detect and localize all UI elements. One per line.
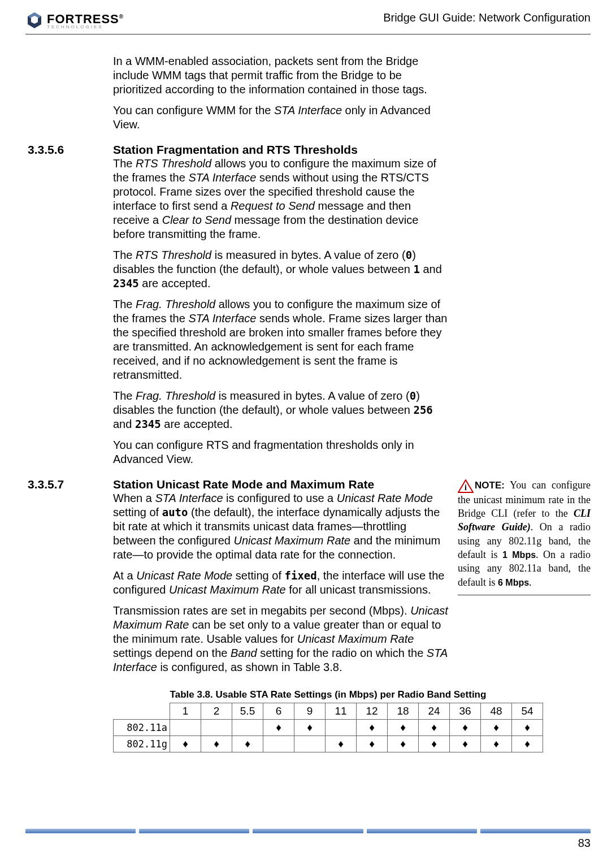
col-header: 5.5 (232, 703, 263, 720)
page-title: Bridge GUI Guide: Network Configuration (383, 11, 591, 24)
table-cell: ♦ (357, 736, 388, 752)
row-header: 802.11g (114, 736, 170, 752)
body-text: You can configure WMM for the STA Interf… (113, 103, 449, 132)
table-cell (232, 720, 263, 736)
note-callout: i NOTE: You can configure the unicast mi… (458, 478, 591, 595)
body-text: At a Unicast Rate Mode setting of fixed,… (113, 569, 449, 597)
body-text: Transmission rates are set in megabits p… (113, 604, 449, 674)
col-header: 18 (388, 703, 419, 720)
body-text: The Frag. Threshold allows you to config… (113, 297, 449, 382)
table-cell: ♦ (232, 736, 263, 752)
page-footer: 83 (25, 829, 591, 850)
table-cell: ♦ (419, 720, 450, 736)
table-cell: ♦ (450, 736, 481, 752)
table-cell: ♦ (419, 736, 450, 752)
table-cell: ♦ (481, 720, 512, 736)
table-row: 802.11a ♦ ♦ ♦ ♦ ♦ ♦ ♦ ♦ (114, 720, 543, 736)
col-header: 12 (357, 703, 388, 720)
body-text: The RTS Threshold is measured in bytes. … (113, 248, 449, 291)
table-cell: ♦ (481, 736, 512, 752)
table-cell (294, 736, 326, 752)
col-header: 2 (201, 703, 232, 720)
table-cell: ♦ (388, 736, 419, 752)
row-header: 802.11a (114, 720, 170, 736)
table-cell: ♦ (201, 736, 232, 752)
warning-info-icon: i (458, 479, 474, 493)
section-number: 3.3.5.7 (25, 478, 113, 491)
table-cell: ♦ (512, 736, 543, 752)
body-text: When a STA Interface is configured to us… (113, 491, 449, 562)
body-text: The Frag. Threshold is measured in bytes… (113, 389, 449, 431)
rate-settings-table: 1 2 5.5 6 9 11 12 18 24 36 48 54 802.11a… (113, 703, 543, 752)
page-header: FORTRESS® TECHNOLOGIES Bridge GUI Guide:… (25, 11, 591, 34)
logo: FORTRESS® TECHNOLOGIES (25, 11, 124, 29)
col-header: 24 (419, 703, 450, 720)
table-cell: ♦ (512, 720, 543, 736)
footer-decorative-bar (25, 829, 591, 833)
table-row: 802.11g ♦ ♦ ♦ ♦ ♦ ♦ ♦ ♦ ♦ ♦ (114, 736, 543, 752)
table-caption: Table 3.8. Usable STA Rate Settings (in … (113, 689, 543, 700)
col-header: 54 (512, 703, 543, 720)
body-text: In a WMM-enabled association, packets se… (113, 54, 449, 97)
table-cell: ♦ (170, 736, 201, 752)
table-cell (201, 720, 232, 736)
table-header-row: 1 2 5.5 6 9 11 12 18 24 36 48 54 (114, 703, 543, 720)
table-cell: ♦ (388, 720, 419, 736)
table-cell: ♦ (294, 720, 326, 736)
section-number: 3.3.5.6 (25, 143, 113, 157)
fortress-logo-icon (25, 11, 44, 29)
body-text: The RTS Threshold allows you to configur… (113, 157, 449, 241)
table-cell: ♦ (263, 720, 294, 736)
table-cell: ♦ (326, 736, 357, 752)
col-header: 9 (294, 703, 326, 720)
table-cell (170, 720, 201, 736)
col-header: 11 (326, 703, 357, 720)
table-cell: ♦ (357, 720, 388, 736)
col-header: 36 (450, 703, 481, 720)
table-cell (263, 736, 294, 752)
col-header: 1 (170, 703, 201, 720)
body-text: You can configure RTS and fragmentation … (113, 438, 449, 466)
page-number: 83 (25, 837, 591, 850)
col-header: 48 (481, 703, 512, 720)
svg-text:i: i (465, 483, 467, 492)
table-cell (326, 720, 357, 736)
section-heading: Station Unicast Rate Mode and Maximum Ra… (113, 478, 449, 491)
section-heading: Station Fragmentation and RTS Thresholds (113, 143, 449, 157)
col-header: 6 (263, 703, 294, 720)
table-cell: ♦ (450, 720, 481, 736)
